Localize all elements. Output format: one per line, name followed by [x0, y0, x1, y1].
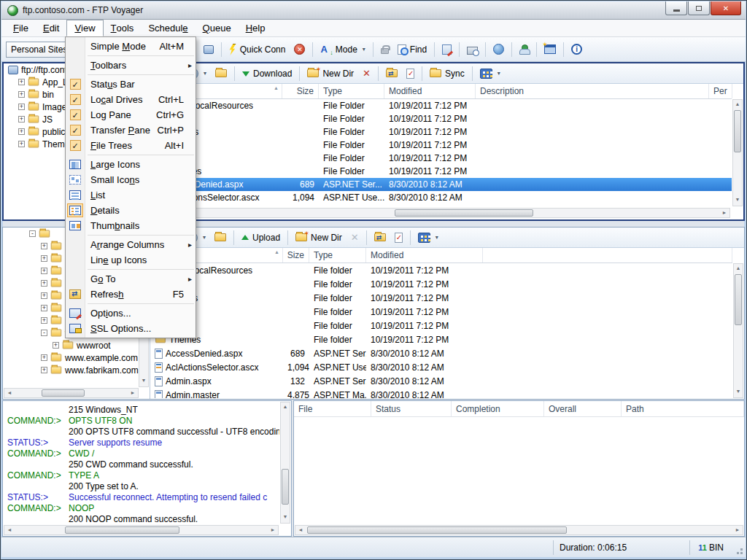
- find-button[interactable]: Find: [393, 42, 431, 57]
- log-hscrollbar[interactable]: ◄ ►: [4, 525, 279, 535]
- expander-icon[interactable]: +: [53, 342, 59, 349]
- file-row[interactable]: public File folder 10/19/2011 7:12 PM: [150, 319, 732, 332]
- local-tree-item[interactable]: + www.example.com: [3, 351, 150, 364]
- file-row[interactable]: bin File folder 10/19/2011 7:12 PM: [150, 277, 732, 291]
- sync-button[interactable]: Sync: [425, 66, 469, 81]
- view-menu-item[interactable]: ✓ Line up Icons ▸: [66, 252, 196, 268]
- queue-body[interactable]: [294, 417, 744, 524]
- local-tree-item[interactable]: + www.fabrikam.com: [3, 364, 150, 376]
- scroll-up-icon[interactable]: ▲: [281, 402, 290, 413]
- expander-icon[interactable]: -: [41, 330, 47, 336]
- expander-icon[interactable]: +: [41, 354, 47, 361]
- queue-column-header[interactable]: Status: [371, 401, 452, 416]
- local-up-button[interactable]: [210, 231, 231, 244]
- menu-bar-item[interactable]: File: [6, 20, 36, 36]
- scroll-down-icon[interactable]: ▼: [734, 387, 743, 397]
- minimize-button[interactable]: [665, 1, 687, 15]
- view-menu-item[interactable]: ✓ Simple Mode Alt+M ▸: [66, 39, 196, 54]
- remote-hscrollbar[interactable]: ◄ ►: [151, 208, 730, 218]
- local-delete-button[interactable]: ✕: [347, 230, 363, 245]
- view-menu-item[interactable]: ✓ Log Pane Ctrl+G ▸: [66, 107, 196, 122]
- scrollbar-thumb[interactable]: [65, 526, 180, 534]
- menu-bar-item[interactable]: Tools: [104, 20, 142, 36]
- file-row[interactable]: JS File folder 10/19/2011 7:12 PM: [150, 305, 732, 319]
- log-text-area[interactable]: 215 Windows_NT COMMAND:> OPTS UTF8 ON 20…: [3, 404, 279, 523]
- file-row[interactable]: Themes File folder 10/19/2011 7:12 PM: [150, 332, 732, 346]
- column-header-size[interactable]: Size: [283, 248, 309, 262]
- scroll-right-icon[interactable]: ►: [268, 526, 278, 534]
- file-row[interactable]: Themes File Folder 10/19/2011 7:12 PM: [151, 165, 732, 178]
- remote-select-button[interactable]: [402, 66, 419, 81]
- expander-icon[interactable]: +: [41, 367, 47, 373]
- scroll-left-icon[interactable]: ◄: [295, 526, 306, 534]
- view-menu-item[interactable]: ✓ SSL Options... ▸: [66, 321, 196, 336]
- menu-bar-item[interactable]: Edit: [36, 20, 66, 36]
- queue-hscrollbar[interactable]: ◄ ►: [295, 525, 743, 535]
- expander-icon[interactable]: +: [41, 292, 47, 299]
- remote-refresh-button[interactable]: [382, 67, 402, 79]
- queue-column-header[interactable]: Overall: [544, 401, 622, 416]
- local-new-dir-button[interactable]: New Dir: [291, 230, 347, 245]
- download-button[interactable]: Download: [238, 65, 296, 82]
- lock-button[interactable]: [376, 42, 393, 56]
- scroll-left-icon[interactable]: ◄: [4, 389, 15, 397]
- expander-icon[interactable]: +: [41, 268, 47, 274]
- view-menu-item[interactable]: ✓ Arrange Columns ▸: [66, 237, 196, 252]
- view-menu-item[interactable]: ✓ Small Icons ▸: [66, 172, 196, 187]
- upload-button[interactable]: Upload: [237, 229, 285, 246]
- file-row[interactable]: public File Folder 10/19/2011 7:12 PM: [151, 152, 732, 165]
- file-row[interactable]: bin File Folder 10/19/2011 7:12 PM: [151, 112, 732, 125]
- log-vscrollbar[interactable]: ▲ ▼: [280, 402, 290, 524]
- expander-icon[interactable]: +: [41, 317, 47, 324]
- file-row[interactable]: AccessDenied.aspx 689 ASP.NET Ser... 8/3…: [150, 346, 732, 360]
- menu-bar-item[interactable]: Schedule: [141, 20, 195, 36]
- scroll-up-icon[interactable]: ▲: [734, 264, 743, 274]
- file-row[interactable]: AclActionsSelector.ascx 1,094 ASP.NET Us…: [151, 191, 732, 204]
- scrollbar-thumb[interactable]: [42, 389, 85, 397]
- remote-new-dir-button[interactable]: New Dir: [303, 66, 358, 81]
- scroll-up-icon[interactable]: ▲: [733, 100, 742, 110]
- queue-column-header[interactable]: Path: [622, 401, 744, 416]
- expander-icon[interactable]: -: [29, 230, 36, 237]
- local-tree-hscrollbar[interactable]: ◄ ►: [4, 388, 139, 398]
- quick-connect-button[interactable]: Quick Conn: [225, 42, 290, 58]
- remote-views-button[interactable]: ▾: [476, 66, 505, 81]
- local-select-button[interactable]: [390, 230, 407, 245]
- scrollbar-thumb[interactable]: [282, 469, 289, 505]
- new-window-button[interactable]: [540, 42, 560, 56]
- scroll-left-icon[interactable]: ◄: [4, 526, 15, 534]
- expander-icon[interactable]: +: [18, 79, 25, 85]
- column-header-modified[interactable]: Modified: [366, 248, 483, 262]
- column-header-description[interactable]: Description: [476, 84, 709, 98]
- mode-button[interactable]: A Mode ▾: [316, 42, 369, 57]
- view-menu-item[interactable]: ✓ List ▸: [66, 187, 196, 203]
- menu-bar-item[interactable]: Queue: [196, 20, 239, 36]
- close-button[interactable]: ✕: [711, 1, 741, 15]
- column-header-type[interactable]: Type: [319, 84, 384, 98]
- scrollbar-thumb[interactable]: [395, 209, 533, 217]
- scrollbar-thumb[interactable]: [307, 526, 567, 534]
- about-button[interactable]: i: [567, 42, 587, 57]
- local-views-button[interactable]: ▾: [414, 230, 443, 245]
- file-row[interactable]: App_LocalResources File folder 10/19/201…: [150, 263, 732, 277]
- column-header-size[interactable]: Size: [282, 84, 319, 98]
- view-menu-item[interactable]: ✓ Toolbars ▸: [66, 58, 196, 73]
- schedule-button[interactable]: [462, 42, 482, 57]
- queue-column-header[interactable]: Completion: [452, 401, 544, 416]
- scrollbar-thumb[interactable]: [735, 274, 742, 325]
- column-header-type[interactable]: Type: [309, 248, 366, 262]
- remote-delete-button[interactable]: ✕: [358, 66, 375, 81]
- file-row[interactable]: Images File folder 10/19/2011 7:12 PM: [150, 291, 732, 305]
- options-button[interactable]: [438, 42, 456, 57]
- expander-icon[interactable]: +: [41, 280, 47, 287]
- column-header-modified[interactable]: Modified: [384, 84, 476, 98]
- expander-icon[interactable]: +: [41, 255, 47, 262]
- menu-bar-item[interactable]: View: [66, 20, 103, 36]
- view-menu-item[interactable]: ✓ Status Bar ▸: [66, 77, 196, 92]
- maximize-button[interactable]: [688, 1, 710, 15]
- scroll-right-icon[interactable]: ►: [719, 209, 729, 217]
- scroll-down-icon[interactable]: ▼: [139, 376, 148, 386]
- remote-up-button[interactable]: [211, 67, 231, 79]
- expander-icon[interactable]: +: [18, 91, 25, 98]
- file-row[interactable]: Admin.aspx 132 ASP.NET Ser... 8/30/2010 …: [150, 374, 732, 388]
